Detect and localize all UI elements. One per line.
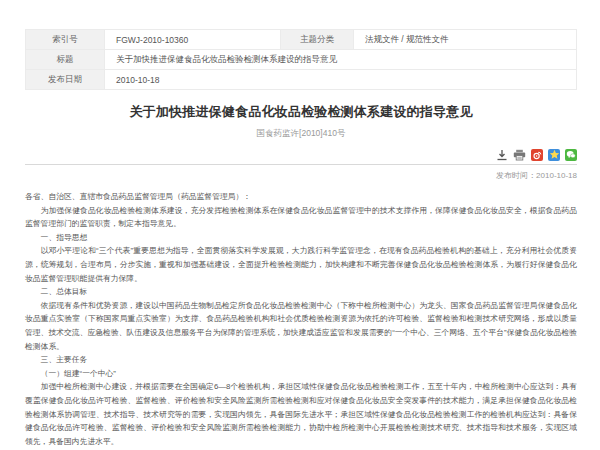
metadata-table: 索引号 FGWJ-2010-10360 主题分类 法规文件 / 规范性文件 标题… xyxy=(25,29,577,90)
title-label: 标题 xyxy=(26,50,105,70)
document-number: 国食药监许[2010]410号 xyxy=(25,128,577,140)
index-number-value: FGWJ-2010-10360 xyxy=(105,30,281,50)
publish-time: 发布时间：2010-10-18 xyxy=(25,170,577,181)
article-paragraph: 以邓小平理论和“三个代表”重要思想为指导，全面贯彻落实科学发展观，大力践行科学监… xyxy=(25,244,577,285)
article-paragraph: 依据现有条件和优势资源，建设以中国药品生物制品检定所食品化妆品检验检测中心（下称… xyxy=(25,299,577,353)
publish-time-value: 2010-10-18 xyxy=(536,171,577,180)
divider xyxy=(25,164,577,165)
article-paragraph: 加强中检所检测中心建设，并根据需要在全国确定6—8个检验机构，承担区域性保健食品… xyxy=(25,380,577,448)
section-heading: 三、主要任务 xyxy=(25,353,577,367)
page-title: 关于加快推进保健食品化妆品检验检测体系建设的指导意见 xyxy=(25,103,577,121)
wechat-share-icon[interactable] xyxy=(565,149,577,161)
publish-date-value: 2010-10-18 xyxy=(105,70,577,90)
qzone-share-icon[interactable] xyxy=(548,149,560,161)
download-icon[interactable] xyxy=(496,149,508,161)
section-heading: 一、指导思想 xyxy=(25,231,577,245)
section-heading: 二、总体目标 xyxy=(25,285,577,299)
subsection-heading: （一）组建“一个中心” xyxy=(25,367,577,381)
document-page: 索引号 FGWJ-2010-10360 主题分类 法规文件 / 规范性文件 标题… xyxy=(0,0,600,450)
article-body: 各省、自治区、直辖市食品药品监督管理局（药品监督管理局）： 为加强保健食品化妆品… xyxy=(25,190,577,448)
weibo-share-icon[interactable] xyxy=(531,149,543,161)
table-row: 发布日期 2010-10-18 xyxy=(26,70,577,90)
article-toolbar xyxy=(25,148,577,161)
table-row: 标题 关于加快推进保健食品化妆品检验检测体系建设的指导意见 xyxy=(26,50,577,70)
subject-category-label: 主题分类 xyxy=(281,30,354,50)
article-paragraph: 为加强保健食品化妆品检验检测体系建设，充分发挥检验检测体系在保健食品化妆品监督管… xyxy=(25,204,577,231)
article-paragraph: 各省、自治区、直辖市食品药品监督管理局（药品监督管理局）： xyxy=(25,190,577,204)
publish-time-label: 发布时间： xyxy=(496,171,536,180)
publish-date-label: 发布日期 xyxy=(26,70,105,90)
table-row: 索引号 FGWJ-2010-10360 主题分类 法规文件 / 规范性文件 xyxy=(26,30,577,50)
title-value: 关于加快推进保健食品化妆品检验检测体系建设的指导意见 xyxy=(105,50,577,70)
index-number-label: 索引号 xyxy=(26,30,105,50)
print-icon[interactable] xyxy=(513,149,526,161)
subject-category-value: 法规文件 / 规范性文件 xyxy=(354,30,577,50)
